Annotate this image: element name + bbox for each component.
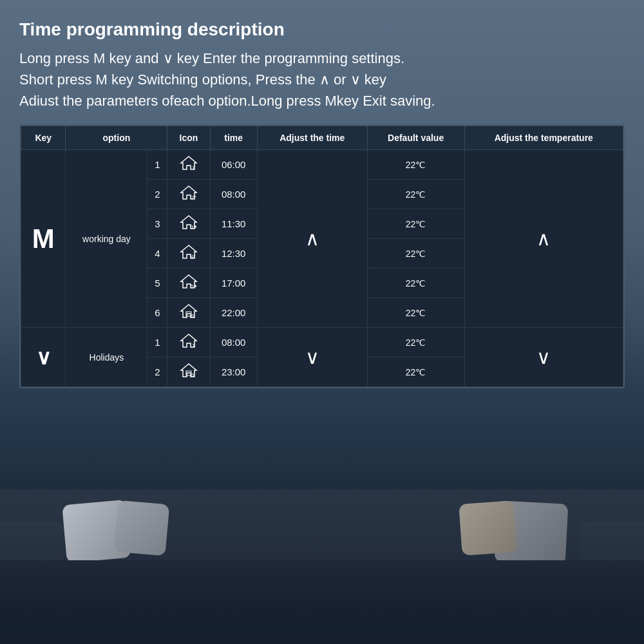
working-day-cell: working day — [66, 150, 147, 328]
col-header-adjust-temp: Adjust the temperature — [464, 126, 623, 150]
table-row: ∨ Holidays 1 1 08:00 ∨ — [21, 328, 623, 357]
col-header-option: option — [66, 126, 167, 150]
svg-text:6: 6 — [191, 372, 194, 378]
sub-num-4: 4 — [147, 239, 167, 269]
svg-text:1: 1 — [192, 343, 195, 348]
svg-text:1: 1 — [192, 165, 195, 171]
adjust-temp-up: ∧ — [464, 150, 623, 328]
sub-num-1: 1 — [147, 150, 167, 180]
col-header-adjust-time: Adjust the time — [257, 126, 367, 150]
m-key-cell: M — [21, 150, 66, 328]
sub-num-6: 6 — [147, 298, 167, 328]
working-day-label: working day — [82, 234, 131, 244]
desc-line1: Long press M key and ∨ key Enter the pro… — [19, 48, 625, 69]
page-title: Time programming description — [19, 19, 625, 40]
time-5: 17:00 — [210, 269, 257, 298]
sub-num-2: 2 — [147, 180, 167, 209]
col-header-time: time — [210, 126, 257, 150]
default-6: 22℃ — [367, 298, 464, 328]
temp-up-arrow-icon: ∧ — [536, 228, 551, 249]
table-row: M working day 1 1 06:00 ∧ — [21, 150, 623, 180]
holidays-label: Holidays — [90, 352, 124, 363]
svg-text:5✦: 5✦ — [191, 283, 198, 289]
down-arrow-icon: ∨ — [305, 346, 319, 368]
icon-6: 6 — [167, 298, 210, 328]
holidays-cell: Holidays — [66, 328, 147, 387]
default-1: 22℃ — [367, 150, 464, 180]
v-down-key-cell: ∨ — [21, 328, 66, 387]
icon-2: 2* — [167, 180, 210, 209]
m-key-label: M — [32, 223, 55, 254]
default-5: 22℃ — [367, 269, 464, 298]
adjust-time-up: ∧ — [257, 150, 367, 328]
adjust-temp-down: ∨ — [464, 328, 623, 387]
icon-h2: 6 — [167, 357, 210, 387]
sub-num-h1: 1 — [147, 328, 167, 357]
v-down-label: ∨ — [36, 346, 51, 369]
up-arrow-icon: ∧ — [305, 228, 319, 249]
time-3: 11:30 — [210, 209, 257, 239]
col-header-key: Key — [21, 126, 66, 150]
time-4: 12:30 — [210, 239, 257, 269]
icon-4: 4* — [167, 239, 210, 269]
icon-5: 5✦ — [167, 269, 210, 298]
time-6: 22:00 — [210, 298, 257, 328]
adjust-time-down: ∨ — [257, 328, 367, 387]
sofa-decoration — [0, 419, 644, 644]
icon-1: 1 — [167, 150, 210, 180]
default-2: 22℃ — [367, 180, 464, 209]
svg-text:6: 6 — [191, 313, 194, 319]
sub-num-3: 3 — [147, 209, 167, 239]
sub-num-5: 5 — [147, 269, 167, 298]
description-text: Long press M key and ∨ key Enter the pro… — [19, 48, 625, 111]
desc-line2: Short press M key Switching options, Pre… — [19, 69, 625, 90]
svg-text:3✦: 3✦ — [191, 224, 198, 230]
default-h1: 22℃ — [367, 328, 464, 357]
temp-down-arrow-icon: ∨ — [536, 346, 551, 368]
col-header-icon: Icon — [167, 126, 210, 150]
sub-num-h2: 2 — [147, 357, 167, 387]
time-2: 08:00 — [210, 180, 257, 209]
default-4: 22℃ — [367, 239, 464, 269]
default-h2: 22℃ — [367, 357, 464, 387]
programming-table: Key option Icon time Adjust the time Def… — [19, 124, 625, 388]
col-header-default: Default value — [367, 126, 464, 150]
icon-3: 3✦ — [167, 209, 210, 239]
sofa-seat — [0, 560, 644, 625]
desc-line3: Adiust the parameters ofeach option.Long… — [19, 90, 625, 111]
default-3: 22℃ — [367, 209, 464, 239]
time-h1: 08:00 — [210, 328, 257, 357]
time-h2: 23:00 — [210, 357, 257, 387]
icon-h1: 1 — [167, 328, 210, 357]
pillow-2 — [114, 500, 170, 556]
title-section: Time programming description Long press … — [19, 19, 625, 124]
svg-text:2*: 2* — [191, 194, 196, 200]
svg-text:4*: 4* — [191, 254, 196, 260]
pillow-4 — [459, 500, 516, 556]
time-1: 06:00 — [210, 150, 257, 180]
